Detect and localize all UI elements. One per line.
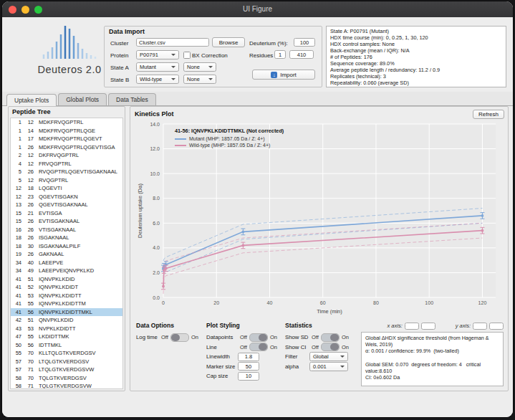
chart-title: 41-56: IQNVPKLKDIDTTMKL (Not corrected) [175, 128, 284, 134]
peptide-row[interactable]: 4156IQNVPKLKDIDTTMKL [11, 308, 122, 317]
peptide-row[interactable]: 3440LAEEPVE [11, 259, 122, 267]
deuterium-input[interactable] [294, 38, 315, 47]
peptide-sequence: ISGAKNAALPILF [39, 242, 122, 251]
tab-global-plots[interactable]: Global Plots [58, 93, 107, 105]
peptide-row[interactable]: 1826ISGAKNAAL [11, 234, 122, 242]
datapoints-toggle[interactable] [249, 333, 268, 342]
peptide-residue-number: 71 [21, 382, 34, 389]
peptide-residue-number: 19 [12, 250, 21, 259]
residues-from-input[interactable] [274, 50, 286, 59]
state-a-select[interactable]: Mutant [136, 62, 179, 72]
legend-line-sample [175, 138, 186, 140]
state-a-modifier-select[interactable]: None [183, 62, 216, 72]
peptide-row[interactable]: 112MDKFRVQGPTRL [11, 118, 122, 127]
state-b-modifier-select[interactable]: None [183, 75, 216, 84]
peptide-row[interactable]: 4155IQNVPKLKDIDTTM [11, 300, 122, 308]
peptide-residue-number: 57 [12, 358, 21, 366]
peptide-row[interactable]: 1526EVTISGAKNAAL [11, 217, 122, 226]
peptide-row[interactable]: 5056IDTTMKL [11, 341, 122, 350]
peptide-row[interactable]: 5871TQLGTKVERDGSVW [11, 382, 122, 389]
svg-text:100: 100 [425, 300, 433, 305]
y-axis-min-input[interactable] [473, 323, 487, 330]
kinetics-plot-canvas: 0204060801001200.02.04.06.08.010.012.014… [135, 120, 504, 319]
peptide-row[interactable]: 4152IQNVPKLKDIDT [11, 283, 122, 292]
x-axis-min-input[interactable] [405, 323, 419, 330]
import-button[interactable]: ↓ Import [252, 70, 315, 80]
alpha-select[interactable]: 0.001 [309, 362, 348, 371]
line-toggle[interactable] [249, 343, 268, 351]
peptide-row[interactable]: 114MDKFRVQGPTRLQGE [11, 127, 122, 135]
protein-select[interactable]: P00791 [136, 50, 179, 59]
peptide-row[interactable]: 117MDKFRVQGPTRLQGEVT [11, 135, 122, 143]
peptide-residue-number: 1 [12, 143, 21, 152]
peptide-row[interactable]: 5771LTQLGTKVERDGSVW [11, 366, 122, 374]
peptide-residue-number: 5 [12, 168, 21, 176]
peptide-row[interactable]: 1326QGEVTISGAKNAAL [11, 201, 122, 209]
y-axis-max-input[interactable] [489, 323, 504, 330]
peptide-sequence: FRVQGPTRL [39, 160, 122, 168]
bx-correction-checkbox[interactable] [183, 52, 191, 59]
legend-entry-label: Wild-type (MHP: 1857.05 Da / Z: 4+) [189, 143, 270, 148]
refresh-button[interactable]: Refresh [473, 110, 504, 119]
peptide-row[interactable]: 4153IQNVPKLKDIDTT [11, 292, 122, 300]
x-axis-max-input[interactable] [421, 323, 435, 330]
peptide-row[interactable]: 1926GAKNAAL [11, 250, 122, 259]
residues-to-input[interactable] [289, 50, 314, 59]
peptide-row[interactable]: 4755LKDIDTTMK [11, 333, 122, 341]
bx-correction-label: BX Correction [192, 52, 228, 59]
browse-button[interactable]: Browse [212, 37, 245, 47]
summary-line: Back-exchange (mean / IQR): N/A [330, 47, 502, 54]
chevron-down-icon [340, 366, 345, 368]
marker-size-input[interactable] [238, 362, 259, 371]
alpha-select-value: 0.001 [313, 363, 327, 370]
data-import-panel: Data Import Cluster Browse Deuterium (%)… [104, 26, 322, 87]
peptide-residue-number: 23 [21, 193, 34, 201]
peptide-row[interactable]: 412FRVQGPTRL [11, 160, 122, 168]
statistics-title: Statistics [285, 322, 355, 329]
show-ci-toggle[interactable] [321, 343, 340, 351]
cap-size-input[interactable] [238, 372, 259, 381]
stats-line [365, 355, 499, 361]
dataset-summary-box: State A: P00791 (Mutant)HDX time course … [326, 26, 506, 87]
peptide-residue-number: 15 [12, 209, 21, 218]
peptide-row[interactable]: 126MDKFRVQGPTRLQGEVTISGA [11, 143, 122, 152]
peptide-row[interactable]: 5870TQLGTKVERDGSV [11, 374, 122, 383]
peptide-residue-number: 26 [21, 201, 34, 209]
tab-data-tables[interactable]: Data Tables [108, 93, 156, 105]
peptide-residue-number: 26 [21, 217, 34, 226]
peptide-row[interactable]: 4151IQNVPKLKDID [11, 275, 122, 284]
peptide-row[interactable]: 512RVQGPTRL [11, 176, 122, 185]
peptide-row[interactable]: 1218LQGEVTI [11, 184, 122, 193]
peptide-residue-number: 41 [12, 292, 21, 300]
cluster-file-input[interactable] [136, 38, 209, 47]
state-b-select[interactable]: Wild-type [136, 75, 179, 84]
peptide-residue-number: 55 [21, 333, 34, 341]
peptide-sequence: TQLGTKVERDGSV [39, 374, 122, 383]
peptide-residue-number: 71 [21, 366, 34, 374]
peptide-row[interactable]: 1223QGEVTISGAKN [11, 193, 122, 201]
peptide-row[interactable]: 526RVQGPTRLQGEVTISGAKNAAL [11, 168, 122, 176]
peptide-list[interactable]: 112MDKFRVQGPTRL114MDKFRVQGPTRLQGE117MDKF… [10, 118, 123, 389]
protein-select-value: P00791 [140, 52, 158, 58]
peptide-residue-number: 41 [12, 283, 21, 292]
show-sd-toggle[interactable] [321, 333, 340, 342]
peptide-row[interactable]: 4251QNVPKLKDID [11, 316, 122, 325]
peptide-row[interactable]: 1521EVTISGA [11, 209, 122, 218]
log-time-toggle[interactable] [170, 333, 189, 342]
peptide-row[interactable]: 5570KLLTQLGTKVERDGSV [11, 349, 122, 358]
on-label: On [191, 334, 198, 340]
peptide-row[interactable]: 212DKFRVQGPTRL [11, 151, 122, 160]
peptide-row[interactable]: 1830ISGAKNAALPILF [11, 242, 122, 251]
linewidth-input[interactable] [238, 353, 259, 361]
filter-select[interactable]: Global [309, 352, 348, 361]
peptide-residue-number: 26 [21, 143, 34, 152]
tab-uptake-plots[interactable]: Uptake Plots [6, 94, 57, 106]
peptide-residue-number: 52 [21, 283, 34, 292]
peptide-residue-number: 58 [12, 382, 21, 389]
peptide-row[interactable]: 4353NVPKLKDIDTT [11, 325, 122, 333]
peptide-sequence: LTQLGTKVERDGSVW [39, 366, 122, 374]
peptide-row[interactable]: 3449LAEEPVEIQNVPKLKD [11, 267, 122, 275]
peptide-row[interactable]: 5770LTQLGTKVERDGSV [11, 358, 122, 366]
peptide-row[interactable]: 1626VTISGAKNAAL [11, 226, 122, 234]
data-import-title: Data Import [109, 28, 145, 35]
